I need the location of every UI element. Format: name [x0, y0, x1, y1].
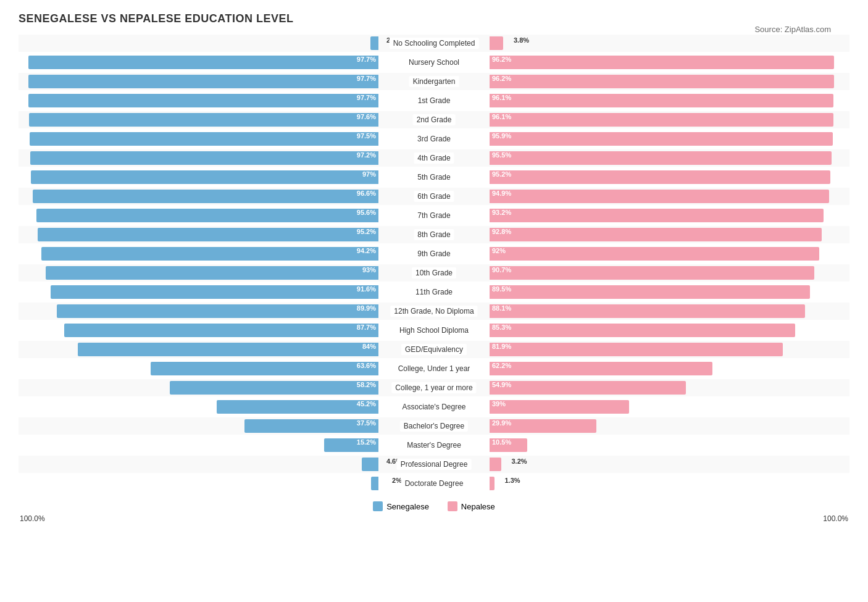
- table-row: 94.2%9th Grade92%: [19, 245, 849, 262]
- chart-container: 2.3%No Schooling Completed3.8%97.7%Nurse…: [19, 35, 849, 523]
- row-label: 9th Grade: [414, 248, 454, 259]
- right-value: 54.9%: [492, 381, 511, 388]
- right-value: 29.9%: [492, 419, 511, 427]
- right-bar: 94.9%: [490, 190, 829, 203]
- footer-right: 100.0%: [823, 514, 848, 523]
- right-value: 1.3%: [504, 477, 520, 484]
- legend: Senegalese Nepalese: [19, 501, 849, 511]
- table-row: 2.3%No Schooling Completed3.8%: [19, 35, 849, 52]
- chart-title: SENEGALESE VS NEPALESE EDUCATION LEVEL: [19, 12, 849, 25]
- table-row: 4.6%Professional Degree3.2%: [19, 456, 849, 473]
- right-value: 95.9%: [492, 132, 511, 140]
- left-value: 84%: [362, 343, 376, 350]
- table-row: 15.2%Master's Degree10.5%: [19, 437, 849, 454]
- left-value: 95.6%: [357, 209, 376, 216]
- table-row: 97.2%4th Grade95.5%: [19, 149, 849, 167]
- left-value: 63.6%: [357, 362, 376, 369]
- left-bar: 95.6%: [36, 209, 378, 222]
- left-value: 97.2%: [357, 151, 376, 159]
- row-label: 7th Grade: [414, 210, 454, 221]
- left-bar: 4.6%: [362, 458, 378, 471]
- row-label: 4th Grade: [414, 153, 454, 164]
- table-row: 97.7%Nursery School96.2%: [19, 54, 849, 71]
- left-bar: 89.9%: [57, 304, 378, 318]
- legend-senegalese: Senegalese: [373, 501, 429, 511]
- row-label: 1st Grade: [414, 95, 454, 106]
- right-bar: 85.3%: [490, 324, 795, 337]
- left-bar: 63.6%: [151, 362, 378, 375]
- left-bar: 97.5%: [30, 132, 379, 146]
- left-bar: 91.6%: [51, 285, 378, 299]
- left-bar: 45.2%: [217, 400, 378, 414]
- left-bar: 94.2%: [41, 247, 378, 261]
- right-bar: 3.8%: [490, 36, 503, 50]
- table-row: 2%Doctorate Degree1.3%: [19, 475, 849, 492]
- footer-left: 100.0%: [20, 514, 45, 523]
- right-value: 39%: [492, 400, 506, 408]
- left-value: 97%: [362, 170, 376, 178]
- right-bar: 81.9%: [490, 343, 783, 356]
- row-label: 5th Grade: [414, 172, 454, 183]
- left-value: 96.6%: [357, 190, 376, 197]
- right-value: 85.3%: [492, 324, 511, 331]
- right-value: 92%: [492, 247, 506, 254]
- left-bar: 97.2%: [30, 151, 378, 165]
- row-label: 3rd Grade: [414, 133, 454, 144]
- left-bar: 37.5%: [244, 419, 379, 433]
- left-bar: 2.3%: [370, 36, 378, 50]
- left-bar: 15.2%: [324, 438, 378, 452]
- right-bar: 90.7%: [490, 266, 814, 280]
- row-label: Associate's Degree: [398, 401, 469, 412]
- right-bar: 10.5%: [490, 438, 527, 452]
- table-row: 97.6%2nd Grade96.1%: [19, 111, 849, 128]
- right-bar: 29.9%: [490, 419, 596, 433]
- nepalese-legend-box: [448, 501, 457, 511]
- left-bar: 97.6%: [29, 113, 378, 127]
- left-bar: 97.7%: [28, 94, 378, 107]
- right-bar: 96.1%: [490, 113, 833, 127]
- left-bar: 97.7%: [28, 75, 378, 88]
- right-bar: 96.2%: [490, 75, 834, 88]
- left-value: 97.5%: [357, 132, 376, 140]
- left-value: 97.6%: [357, 113, 376, 120]
- row-label: 12th Grade, No Diploma: [390, 306, 477, 317]
- table-row: 91.6%11th Grade89.5%: [19, 283, 849, 301]
- right-value: 3.8%: [514, 36, 529, 44]
- table-row: 58.2%College, 1 year or more54.9%: [19, 379, 849, 396]
- right-bar: 89.5%: [490, 285, 810, 299]
- table-row: 96.6%6th Grade94.9%: [19, 188, 849, 205]
- right-bar: 54.9%: [490, 381, 686, 395]
- row-label: Master's Degree: [403, 440, 465, 451]
- row-label: Bachelor's Degree: [400, 420, 468, 432]
- right-value: 95.2%: [492, 170, 511, 178]
- legend-nepalese: Nepalese: [448, 501, 495, 511]
- right-bar: 96.1%: [490, 94, 833, 107]
- right-bar: 95.9%: [490, 132, 833, 146]
- senegalese-legend-box: [373, 501, 383, 511]
- row-label: No Schooling Completed: [390, 38, 479, 49]
- left-bar: 97.7%: [28, 56, 378, 69]
- table-row: 37.5%Bachelor's Degree29.9%: [19, 417, 849, 435]
- row-label: College, Under 1 year: [394, 363, 474, 374]
- table-row: 97%5th Grade95.2%: [19, 169, 849, 186]
- table-row: 45.2%Associate's Degree39%: [19, 398, 849, 416]
- left-value: 2%: [392, 477, 402, 484]
- right-value: 89.5%: [492, 285, 511, 293]
- right-bar: 93.2%: [490, 209, 824, 222]
- row-label: Professional Degree: [397, 459, 472, 470]
- right-value: 88.1%: [492, 304, 511, 312]
- left-bar: 96.6%: [33, 190, 378, 203]
- right-bar: 39%: [490, 400, 629, 414]
- row-label: Kindergarten: [409, 76, 459, 87]
- row-label: 6th Grade: [414, 191, 454, 202]
- right-value: 96.2%: [492, 56, 511, 63]
- table-row: 97.7%Kindergarten96.2%: [19, 73, 849, 90]
- right-value: 81.9%: [492, 343, 511, 350]
- row-label: High School Diploma: [396, 325, 472, 336]
- left-value: 87.7%: [357, 324, 376, 331]
- table-row: 97.7%1st Grade96.1%: [19, 92, 849, 109]
- right-value: 94.9%: [492, 190, 511, 197]
- table-row: 95.2%8th Grade92.8%: [19, 226, 849, 243]
- right-bar: 95.5%: [490, 151, 832, 165]
- footer-labels: 100.0% 100.0%: [19, 514, 849, 523]
